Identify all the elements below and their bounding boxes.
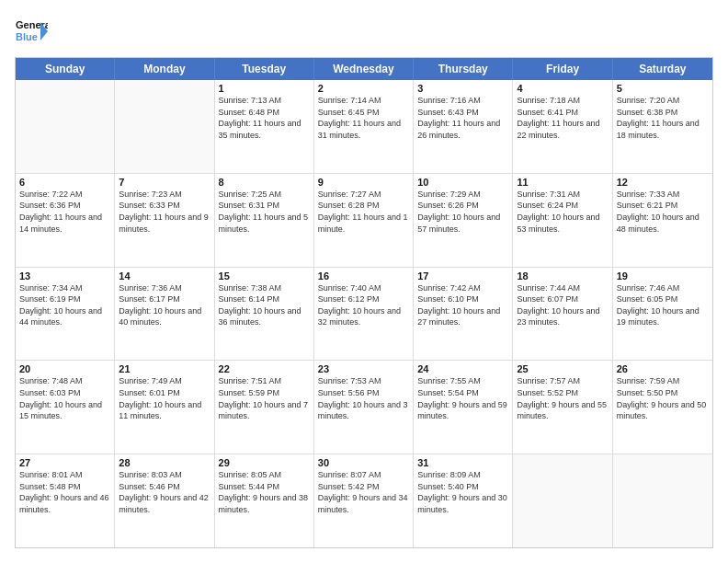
day-header: Saturday [613,58,712,80]
cell-sun-info: Sunrise: 7:22 AM Sunset: 6:36 PM Dayligh… [19,189,110,235]
cell-sun-info: Sunrise: 8:01 AM Sunset: 5:48 PM Dayligh… [19,469,110,515]
cell-day-number: 3 [417,83,508,94]
calendar-cell: 29Sunrise: 8:05 AM Sunset: 5:44 PM Dayli… [215,454,314,547]
day-header: Friday [513,58,612,80]
calendar-cell [115,80,214,173]
cell-sun-info: Sunrise: 7:23 AM Sunset: 6:33 PM Dayligh… [119,189,210,235]
cell-day-number: 16 [318,270,409,282]
cell-sun-info: Sunrise: 7:34 AM Sunset: 6:19 PM Dayligh… [19,282,110,328]
cell-day-number: 20 [19,363,110,374]
header: General Blue [15,15,713,48]
cell-sun-info: Sunrise: 7:53 AM Sunset: 5:56 PM Dayligh… [318,375,409,421]
calendar-cell: 4Sunrise: 7:18 AM Sunset: 6:41 PM Daylig… [513,80,612,173]
day-header: Wednesday [314,58,414,80]
cell-sun-info: Sunrise: 7:18 AM Sunset: 6:41 PM Dayligh… [517,95,608,141]
day-header: Tuesday [215,58,314,80]
cell-sun-info: Sunrise: 8:03 AM Sunset: 5:46 PM Dayligh… [119,469,210,515]
logo-svg: General Blue [15,15,48,48]
day-headers: SundayMondayTuesdayWednesdayThursdayFrid… [16,58,712,80]
calendar-body: 1Sunrise: 7:13 AM Sunset: 6:48 PM Daylig… [16,80,712,547]
calendar-row: 20Sunrise: 7:48 AM Sunset: 6:03 PM Dayli… [16,361,712,454]
calendar-cell: 5Sunrise: 7:20 AM Sunset: 6:38 PM Daylig… [613,80,712,173]
calendar-cell: 6Sunrise: 7:22 AM Sunset: 6:36 PM Daylig… [16,174,115,267]
cell-sun-info: Sunrise: 7:20 AM Sunset: 6:38 PM Dayligh… [617,95,709,141]
calendar-cell: 16Sunrise: 7:40 AM Sunset: 6:12 PM Dayli… [314,268,414,361]
calendar-cell: 14Sunrise: 7:36 AM Sunset: 6:17 PM Dayli… [115,268,214,361]
calendar-cell: 8Sunrise: 7:25 AM Sunset: 6:31 PM Daylig… [215,174,314,267]
cell-sun-info: Sunrise: 7:16 AM Sunset: 6:43 PM Dayligh… [417,95,508,141]
cell-day-number: 1 [219,83,310,94]
cell-day-number: 4 [517,83,608,94]
calendar-cell: 15Sunrise: 7:38 AM Sunset: 6:14 PM Dayli… [215,268,314,361]
svg-text:Blue: Blue [16,31,38,42]
cell-day-number: 25 [517,363,608,374]
calendar-row: 1Sunrise: 7:13 AM Sunset: 6:48 PM Daylig… [16,80,712,174]
calendar-cell: 9Sunrise: 7:27 AM Sunset: 6:28 PM Daylig… [314,174,414,267]
calendar-cell: 19Sunrise: 7:46 AM Sunset: 6:05 PM Dayli… [613,268,712,361]
cell-sun-info: Sunrise: 7:49 AM Sunset: 6:01 PM Dayligh… [119,375,210,421]
cell-day-number: 31 [417,457,508,468]
cell-sun-info: Sunrise: 7:40 AM Sunset: 6:12 PM Dayligh… [318,282,409,328]
cell-day-number: 22 [219,363,310,374]
calendar-cell: 20Sunrise: 7:48 AM Sunset: 6:03 PM Dayli… [16,361,115,454]
cell-day-number: 5 [617,83,709,94]
cell-day-number: 27 [19,457,110,468]
cell-day-number: 2 [318,83,409,94]
cell-sun-info: Sunrise: 8:07 AM Sunset: 5:42 PM Dayligh… [318,469,409,515]
cell-day-number: 8 [219,177,310,188]
cell-day-number: 14 [119,270,210,282]
calendar-row: 13Sunrise: 7:34 AM Sunset: 6:19 PM Dayli… [16,268,712,362]
cell-day-number: 19 [617,270,709,282]
calendar-cell: 30Sunrise: 8:07 AM Sunset: 5:42 PM Dayli… [314,454,414,547]
calendar-cell [613,454,712,547]
cell-day-number: 24 [417,363,508,374]
calendar-cell: 12Sunrise: 7:33 AM Sunset: 6:21 PM Dayli… [613,174,712,267]
calendar-cell [513,454,612,547]
calendar-cell: 31Sunrise: 8:09 AM Sunset: 5:40 PM Dayli… [414,454,513,547]
cell-day-number: 13 [19,270,110,282]
cell-day-number: 18 [517,270,608,282]
cell-day-number: 9 [318,177,409,188]
calendar-cell: 13Sunrise: 7:34 AM Sunset: 6:19 PM Dayli… [16,268,115,361]
cell-day-number: 30 [318,457,409,468]
cell-sun-info: Sunrise: 7:25 AM Sunset: 6:31 PM Dayligh… [219,189,310,235]
cell-sun-info: Sunrise: 8:05 AM Sunset: 5:44 PM Dayligh… [219,469,310,515]
cell-sun-info: Sunrise: 7:42 AM Sunset: 6:10 PM Dayligh… [417,282,508,328]
cell-day-number: 17 [417,270,508,282]
calendar-page: General Blue SundayMondayTuesdayWednesda… [0,0,728,563]
calendar-cell: 11Sunrise: 7:31 AM Sunset: 6:24 PM Dayli… [513,174,612,267]
cell-sun-info: Sunrise: 7:31 AM Sunset: 6:24 PM Dayligh… [517,189,608,235]
calendar-cell: 24Sunrise: 7:55 AM Sunset: 5:54 PM Dayli… [414,361,513,454]
calendar-cell: 22Sunrise: 7:51 AM Sunset: 5:59 PM Dayli… [215,361,314,454]
calendar-cell: 26Sunrise: 7:59 AM Sunset: 5:50 PM Dayli… [613,361,712,454]
cell-day-number: 10 [417,177,508,188]
cell-day-number: 15 [219,270,310,282]
day-header: Sunday [16,58,115,80]
cell-sun-info: Sunrise: 7:57 AM Sunset: 5:52 PM Dayligh… [517,375,608,421]
calendar-cell: 23Sunrise: 7:53 AM Sunset: 5:56 PM Dayli… [314,361,414,454]
calendar-cell: 10Sunrise: 7:29 AM Sunset: 6:26 PM Dayli… [414,174,513,267]
logo-container: General Blue [15,15,48,48]
calendar: SundayMondayTuesdayWednesdayThursdayFrid… [15,57,713,548]
cell-day-number: 6 [19,177,110,188]
cell-sun-info: Sunrise: 7:38 AM Sunset: 6:14 PM Dayligh… [219,282,310,328]
calendar-row: 6Sunrise: 7:22 AM Sunset: 6:36 PM Daylig… [16,174,712,268]
cell-day-number: 11 [517,177,608,188]
cell-day-number: 21 [119,363,210,374]
day-header: Monday [115,58,214,80]
calendar-row: 27Sunrise: 8:01 AM Sunset: 5:48 PM Dayli… [16,454,712,547]
cell-sun-info: Sunrise: 7:14 AM Sunset: 6:45 PM Dayligh… [318,95,409,141]
cell-day-number: 29 [219,457,310,468]
cell-day-number: 12 [617,177,709,188]
calendar-cell: 7Sunrise: 7:23 AM Sunset: 6:33 PM Daylig… [115,174,214,267]
cell-day-number: 23 [318,363,409,374]
cell-sun-info: Sunrise: 7:33 AM Sunset: 6:21 PM Dayligh… [617,189,709,235]
cell-sun-info: Sunrise: 7:55 AM Sunset: 5:54 PM Dayligh… [417,375,508,421]
cell-day-number: 7 [119,177,210,188]
calendar-cell: 17Sunrise: 7:42 AM Sunset: 6:10 PM Dayli… [414,268,513,361]
calendar-cell: 1Sunrise: 7:13 AM Sunset: 6:48 PM Daylig… [215,80,314,173]
cell-sun-info: Sunrise: 7:59 AM Sunset: 5:50 PM Dayligh… [617,375,709,421]
cell-sun-info: Sunrise: 8:09 AM Sunset: 5:40 PM Dayligh… [417,469,508,515]
calendar-cell: 3Sunrise: 7:16 AM Sunset: 6:43 PM Daylig… [414,80,513,173]
calendar-cell: 27Sunrise: 8:01 AM Sunset: 5:48 PM Dayli… [16,454,115,547]
